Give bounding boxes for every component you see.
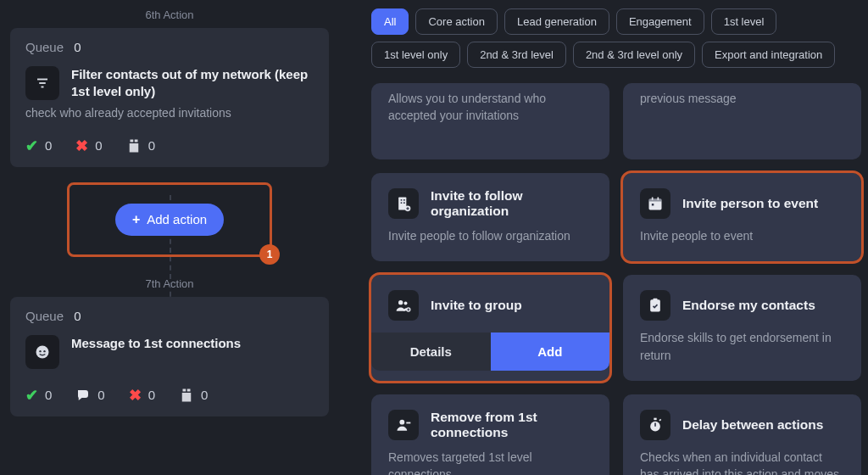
queue-card-7[interactable]: Queue 0 Message to 1st connections ✔0 0 … <box>10 297 329 416</box>
filter-pill[interactable]: Export and integration <box>702 42 835 68</box>
card-delay-actions[interactable]: Delay between actions Checks when an ind… <box>623 394 861 475</box>
card-desc: Checks when an individual contact has ar… <box>640 449 844 475</box>
add-button[interactable]: Add <box>491 332 610 371</box>
action-6-label: 6th Action <box>10 8 329 21</box>
card-actions: Details Add <box>371 332 609 371</box>
queue-header: Queue 0 <box>25 309 314 323</box>
add-action-area: + Add action 1 <box>10 182 329 257</box>
svg-rect-15 <box>649 198 662 201</box>
card-remove-connections[interactable]: Remove from 1st connections Removes targ… <box>371 394 609 475</box>
card-title: Endorse my contacts <box>682 298 815 313</box>
card-title: Invite to group <box>431 298 522 313</box>
card-title: Invite to follow organization <box>431 188 593 219</box>
check-icon: ✔ <box>25 137 38 155</box>
queue-label: Queue <box>25 309 64 323</box>
filter-icon <box>25 66 59 100</box>
filter-pill[interactable]: 2nd & 3rd level only <box>573 42 695 68</box>
check-icon: ✔ <box>25 386 38 405</box>
workflow-panel: 6th Action Queue 0 Filter contacts out o… <box>0 0 339 475</box>
svg-rect-29 <box>654 418 656 421</box>
stopwatch-icon <box>640 410 670 440</box>
plus-icon: + <box>132 212 140 227</box>
step-subtitle: check who already accepted invitations <box>25 106 314 120</box>
svg-rect-7 <box>401 199 403 201</box>
queue-count: 0 <box>74 309 81 323</box>
card-desc: Removes targeted 1st level connections <box>388 449 593 475</box>
queue-label: Queue <box>25 40 64 54</box>
stat-check: 0 <box>45 138 52 153</box>
action-library-panel: AllCore actionLead generationEngagement1… <box>364 0 868 475</box>
filter-pill[interactable]: 2nd & 3rd level <box>467 42 566 68</box>
svg-point-26 <box>399 420 404 425</box>
svg-rect-10 <box>403 202 405 204</box>
clipboard-check-icon <box>640 290 670 321</box>
step-title: Message to 1st connections <box>71 335 241 352</box>
cross-icon: ✖ <box>129 386 142 405</box>
card-invite-follow-org[interactable]: Invite to follow organization Invite peo… <box>371 173 609 261</box>
card-title: Remove from 1st connections <box>431 410 593 440</box>
card-desc: previous message <box>640 83 844 107</box>
svg-line-31 <box>659 419 661 421</box>
svg-point-19 <box>398 300 403 305</box>
card-previous-message-partial[interactable]: previous message <box>623 83 861 159</box>
step-title: Filter contacts out of my network (keep … <box>71 66 314 101</box>
person-minus-icon <box>388 410 419 440</box>
card-desc: Allows you to understand who accepted yo… <box>388 83 593 125</box>
svg-point-20 <box>404 302 408 305</box>
svg-rect-9 <box>401 202 403 204</box>
stat-speech: 0 <box>97 388 104 402</box>
building-plus-icon <box>388 188 419 219</box>
filter-pill[interactable]: 1st level <box>711 8 777 35</box>
queue-header: Queue 0 <box>25 40 314 54</box>
stats-row: ✔0 ✖0 0 <box>25 137 314 155</box>
group-plus-icon <box>388 290 419 321</box>
message-icon <box>25 335 59 369</box>
svg-rect-24 <box>650 300 660 312</box>
svg-rect-25 <box>654 299 658 301</box>
clipboard-icon <box>126 138 142 154</box>
add-action-button[interactable]: + Add action <box>115 204 224 236</box>
svg-point-5 <box>43 350 45 352</box>
cross-icon: ✖ <box>75 137 88 155</box>
add-action-label: Add action <box>147 212 207 226</box>
action-cards-grid: Allows you to understand who accepted yo… <box>371 83 861 475</box>
stat-cross: 0 <box>148 388 155 402</box>
card-invite-person-event[interactable]: Invite person to event Invite people to … <box>623 173 861 261</box>
stat-cross: 0 <box>95 138 102 153</box>
card-endorse-contacts[interactable]: Endorse my contacts Endorse skills to ge… <box>623 275 861 381</box>
queue-card-6[interactable]: Queue 0 Filter contacts out of my networ… <box>10 28 329 167</box>
speech-icon <box>75 388 91 403</box>
stat-check: 0 <box>45 388 52 402</box>
stats-row: ✔0 0 ✖0 0 <box>25 386 314 405</box>
calendar-icon <box>640 188 670 219</box>
svg-point-3 <box>36 345 49 358</box>
card-desc: Invite people to event <box>640 227 844 244</box>
details-button[interactable]: Details <box>371 332 491 371</box>
clipboard-icon <box>179 388 194 403</box>
filter-pill[interactable]: All <box>371 8 409 35</box>
filter-pill[interactable]: Core action <box>415 8 497 35</box>
filter-pill[interactable]: Lead generation <box>504 8 609 35</box>
filter-pill[interactable]: Engagement <box>616 8 704 35</box>
card-accepted-invites-partial[interactable]: Allows you to understand who accepted yo… <box>371 83 609 159</box>
svg-rect-18 <box>652 204 654 206</box>
filter-pill[interactable]: 1st level only <box>371 42 460 68</box>
card-title: Invite person to event <box>682 196 818 211</box>
stat-clip: 0 <box>148 138 155 153</box>
card-invite-group[interactable]: Invite to group Details Add <box>371 275 609 381</box>
svg-point-4 <box>39 350 41 352</box>
step-badge: 1 <box>259 244 280 265</box>
queue-count: 0 <box>74 40 81 54</box>
filter-pill-row: AllCore actionLead generationEngagement1… <box>371 8 861 68</box>
add-action-highlight: + Add action 1 <box>67 182 272 257</box>
card-desc: Endorse skills to get endorsement in ret… <box>640 329 844 364</box>
stat-clip: 0 <box>201 388 208 402</box>
card-desc: Invite people to follow organization <box>388 227 593 244</box>
svg-rect-8 <box>403 199 405 201</box>
card-title: Delay between actions <box>682 417 823 433</box>
